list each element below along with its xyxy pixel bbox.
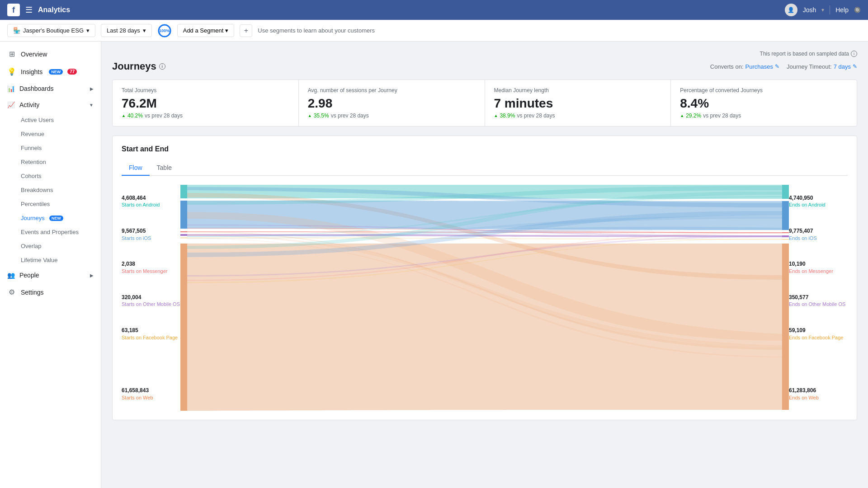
fb-logo: f xyxy=(7,4,20,16)
stat-avg-sessions: Avg. number of sessions per Journey 2.98… xyxy=(299,80,485,126)
sankey-right-5: 61,283,806 Ends on Web xyxy=(789,387,848,401)
sankey-left-4: 63,185 Starts on Facebook Page xyxy=(122,327,180,341)
sidebar-item-funnels[interactable]: Funnels xyxy=(0,141,101,155)
stat-change-pct-0: 40.2% xyxy=(127,113,143,119)
sidebar-item-revenue[interactable]: Revenue xyxy=(0,127,101,141)
stat-change-2: 38.9% vs prev 28 days xyxy=(494,113,662,119)
right-count-0: 4,740,950 xyxy=(789,194,848,202)
progress-value: 100% xyxy=(159,28,170,33)
left-count-2: 2,038 xyxy=(122,260,180,268)
svg-rect-2 xyxy=(180,185,187,198)
sidebar-item-insights[interactable]: 💡 Insights NEW 77 xyxy=(0,63,101,80)
stat-value-3: 8.4% xyxy=(680,96,848,111)
sidebar-label-overview: Overview xyxy=(21,51,47,58)
stat-value-1: 2.98 xyxy=(308,96,476,111)
sidebar-label-insights: Insights xyxy=(21,68,42,75)
nav-left: f ☰ Analytics xyxy=(7,4,70,16)
page-title-text: Journeys xyxy=(112,61,156,72)
help-icon: 🔘 xyxy=(854,7,861,13)
stat-change-3: 29.2% vs prev 28 days xyxy=(680,113,848,119)
help-link[interactable]: Help xyxy=(835,6,849,14)
sidebar-item-breakdowns[interactable]: Breakdowns xyxy=(0,183,101,197)
page-title-row: Journeys i Converts on: Purchases ✎ Jour… xyxy=(112,61,857,72)
hamburger-icon[interactable]: ☰ xyxy=(25,5,33,15)
stat-period-3: vs prev 28 days xyxy=(703,113,741,119)
store-dropdown-icon: ▾ xyxy=(86,27,90,34)
sidebar-item-events-properties[interactable]: Events and Properties xyxy=(0,225,101,239)
converts-on-edit-icon[interactable]: ✎ xyxy=(775,63,779,70)
sidebar-label-dashboards: Dashboards xyxy=(19,85,54,92)
nav-right: 👤 Josh ▾ Help 🔘 xyxy=(785,4,861,16)
store-selector[interactable]: 🏪 Jasper's Boutique ESG ▾ xyxy=(7,24,95,37)
sidebar-item-dashboards[interactable]: 📊 Dashboards ▶ xyxy=(0,80,101,97)
activity-chevron: ▼ xyxy=(89,103,94,108)
sidebar-item-overlap[interactable]: Overlap xyxy=(0,239,101,253)
sidebar-item-percentiles[interactable]: Percentiles xyxy=(0,197,101,211)
sidebar-item-people[interactable]: 👥 People ▶ xyxy=(0,267,101,283)
svg-rect-4 xyxy=(180,231,187,232)
sankey-left-labels: 4,608,464 Starts on Android 9,567,505 St… xyxy=(122,185,180,411)
insights-new-badge: NEW xyxy=(49,69,63,75)
stat-change-1: 35.5% vs prev 28 days xyxy=(308,113,476,119)
sampled-text: This report is based on sampled data xyxy=(760,51,849,57)
chart-tabs: Flow Table xyxy=(122,160,848,176)
sampled-notice: This report is based on sampled data i xyxy=(112,51,857,57)
date-range-selector[interactable]: Last 28 days ▾ xyxy=(101,24,152,37)
date-dropdown-icon: ▾ xyxy=(143,27,146,34)
converts-on: Converts on: Purchases ✎ xyxy=(710,63,779,70)
sidebar-item-lifetime-value[interactable]: Lifetime Value xyxy=(0,253,101,267)
svg-rect-13 xyxy=(782,244,789,410)
sidebar-item-activity[interactable]: 📈 Activity ▼ xyxy=(0,97,101,113)
sankey-left-2: 2,038 Starts on Messenger xyxy=(122,260,180,275)
right-count-2: 10,190 xyxy=(789,260,848,268)
tab-flow[interactable]: Flow xyxy=(122,160,150,176)
sankey-left-0: 4,608,464 Starts on Android xyxy=(122,194,180,209)
right-name-4: Ends on Facebook Page xyxy=(789,334,848,341)
left-name-3: Starts on Other Mobile OS xyxy=(122,301,180,308)
journeys-label: Journeys xyxy=(21,215,45,221)
insights-count-badge: 77 xyxy=(67,69,77,75)
sankey-right-labels: 4,740,950 Ends on Android 9,775,407 Ends… xyxy=(789,185,848,411)
stat-total-journeys: Total Journeys 76.2M 40.2% vs prev 28 da… xyxy=(113,80,298,126)
stat-change-pct-2: 38.9% xyxy=(500,113,515,119)
left-name-1: Starts on iOS xyxy=(122,235,180,242)
journey-timeout: Journey Timeout: 7 days ✎ xyxy=(787,63,857,70)
store-name: Jasper's Boutique ESG xyxy=(23,27,84,34)
sidebar-item-overview[interactable]: ⊞ Overview xyxy=(0,45,101,63)
main-layout: ⊞ Overview 💡 Insights NEW 77 📊 Dashboard… xyxy=(0,42,868,488)
svg-rect-10 xyxy=(782,232,789,233)
sankey-svg xyxy=(180,185,789,411)
sidebar-label-settings: Settings xyxy=(21,289,44,296)
sampled-info-icon[interactable]: i xyxy=(851,51,857,57)
svg-rect-11 xyxy=(782,235,789,237)
people-chevron: ▶ xyxy=(90,273,94,278)
stat-label-3: Percentage of converted Journeys xyxy=(680,87,848,94)
sankey-left-3: 320,004 Starts on Other Mobile OS xyxy=(122,294,180,308)
page-info-icon[interactable]: i xyxy=(159,63,165,70)
add-segment-label: Add a Segment xyxy=(183,27,224,34)
user-dropdown-icon[interactable]: ▾ xyxy=(821,7,824,13)
sankey-right-0: 4,740,950 Ends on Android xyxy=(789,194,848,209)
stat-label-1: Avg. number of sessions per Journey xyxy=(308,87,476,94)
add-segment-button[interactable]: Add a Segment ▾ xyxy=(177,24,235,37)
sidebar-item-cohorts[interactable]: Cohorts xyxy=(0,169,101,183)
sidebar: ⊞ Overview 💡 Insights NEW 77 📊 Dashboard… xyxy=(0,42,101,488)
store-icon: 🏪 xyxy=(13,27,20,34)
tab-table[interactable]: Table xyxy=(150,160,179,176)
timeout-edit-icon[interactable]: ✎ xyxy=(853,63,857,70)
plus-button[interactable]: + xyxy=(240,24,252,37)
right-name-5: Ends on Web xyxy=(789,394,848,401)
sankey-right-1: 9,775,407 Ends on iOS xyxy=(789,227,848,242)
people-icon: 👥 xyxy=(7,272,15,279)
left-count-4: 63,185 xyxy=(122,327,180,334)
sidebar-item-active-users[interactable]: Active Users xyxy=(0,113,101,127)
right-name-2: Ends on Messenger xyxy=(789,268,848,275)
left-name-4: Starts on Facebook Page xyxy=(122,334,180,341)
sidebar-item-settings[interactable]: ⚙ Settings xyxy=(0,283,101,301)
dashboards-icon: 📊 xyxy=(7,85,15,92)
sidebar-item-retention[interactable]: Retention xyxy=(0,155,101,169)
sidebar-item-journeys[interactable]: Journeys NEW xyxy=(0,211,101,225)
stat-change-pct-1: 35.5% xyxy=(314,113,329,119)
overview-icon: ⊞ xyxy=(7,50,16,58)
left-count-0: 4,608,464 xyxy=(122,194,180,202)
